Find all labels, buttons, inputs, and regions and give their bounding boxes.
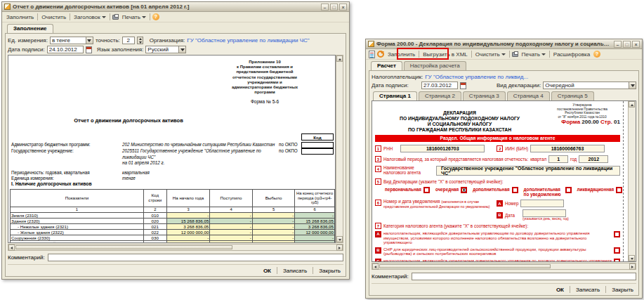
help-icon[interactable]: ? <box>152 13 159 20</box>
tab-calculation[interactable]: Расчет <box>371 61 402 70</box>
okpo-code-cell[interactable] <box>301 148 334 155</box>
scrollbar-thumb[interactable] <box>379 264 551 268</box>
item-number: 2 <box>497 145 503 152</box>
save-button[interactable]: Записать <box>280 268 310 274</box>
horizontal-scrollbar[interactable] <box>8 244 343 251</box>
checkbox-pervonachalnaya[interactable] <box>423 187 430 193</box>
checkbox-ocherednaya[interactable]: X <box>461 187 467 193</box>
fill-button[interactable]: Заполнить <box>5 14 35 20</box>
scroll-right-icon[interactable] <box>629 263 636 270</box>
iin-field[interactable]: 181600066763 <box>530 145 605 152</box>
print-menu-button[interactable]: Печать <box>520 51 547 58</box>
report-titlebar: Отчет о движении долгосрочных активов [н… <box>2 2 349 12</box>
agent-name-field[interactable]: Государственное учреждение "Областное уп… <box>436 166 620 176</box>
checkbox-dopolnitelnaya-po-uvedomleniyu[interactable] <box>565 187 572 193</box>
form-page-line: Форма 200.00 Стр. 01 <box>544 120 620 124</box>
tab-calc-settings[interactable]: Настройка расчета <box>404 61 466 70</box>
minimize-icon[interactable]: – <box>614 41 622 48</box>
scroll-left-icon[interactable] <box>372 263 379 270</box>
chevron-down-icon[interactable] <box>629 82 636 89</box>
scrollbar-thumb[interactable] <box>15 245 232 249</box>
info-value: 202 Министерство по чрезвычайным ситуаци… <box>122 142 279 148</box>
declaration-form: ДЕКЛАРАЦИЯ ПО ИНДИВИДУАЛЬНОМУ ПОДОХОДНОМ… <box>372 100 636 262</box>
sign-date-field[interactable]: 24.10.2012 <box>47 46 84 53</box>
precision-stepper[interactable]: 2 <box>122 37 135 44</box>
calendar-icon[interactable] <box>460 82 466 89</box>
quarter-field[interactable]: 1 <box>548 155 568 163</box>
scroll-right-icon[interactable] <box>336 244 343 251</box>
form-number: Форма № 5-6 <box>206 99 324 104</box>
chevron-down-icon <box>102 16 106 18</box>
scroll-left-icon[interactable] <box>8 244 15 251</box>
tab-page-1[interactable]: Страница 1 <box>373 91 417 100</box>
scroll-down-icon[interactable] <box>336 236 343 242</box>
code-column-label: Код <box>301 133 334 141</box>
vertical-scrollbar[interactable] <box>336 55 343 243</box>
letter-badge-a: А <box>375 231 381 237</box>
item-number: 1 <box>375 145 381 152</box>
notice-number-field[interactable] <box>520 200 564 207</box>
notice-date-field[interactable] <box>523 209 566 217</box>
declaration-kind-select[interactable]: Очередной <box>543 81 636 89</box>
col-header: Код строки <box>143 190 166 207</box>
ok-button[interactable]: ОК <box>261 268 274 274</box>
help-icon[interactable]: ? <box>593 51 600 58</box>
spinner-icon[interactable] <box>137 37 143 44</box>
horizontal-scrollbar[interactable] <box>372 263 636 270</box>
quarter-label: квартал <box>530 157 546 162</box>
form-icon[interactable] <box>369 51 375 58</box>
checkbox-dopolnitelnaya[interactable] <box>512 187 518 193</box>
calendar-icon[interactable] <box>86 46 92 53</box>
clear-menu-button[interactable]: Очистить <box>474 51 507 58</box>
checkbox-category-c[interactable] <box>614 259 620 261</box>
tab-page-5[interactable]: Страница 5 <box>551 91 594 100</box>
scroll-up-icon[interactable] <box>629 101 635 107</box>
taxpayer-link[interactable]: ГУ "Областное управление по ликвид... <box>425 74 528 80</box>
rnn-field[interactable]: 181600126703 <box>400 145 485 152</box>
checkbox-category-a[interactable] <box>614 231 620 237</box>
checkbox-category-b[interactable] <box>614 247 620 254</box>
scroll-up-icon[interactable] <box>336 56 343 62</box>
table-row: Передаточные устройства (2340) 040 - - -… <box>11 241 335 244</box>
year-field[interactable]: 2012 <box>579 155 608 163</box>
comment-label: Комментарий: <box>8 254 45 261</box>
chevron-down-icon[interactable] <box>86 37 93 44</box>
chevron-down-icon[interactable] <box>178 46 185 53</box>
unit-select[interactable]: в тенге <box>50 37 93 44</box>
fill-language-select[interactable]: Русский <box>145 46 186 53</box>
report-toolbar: Заполнить Очистить Заголовок Печать ? <box>2 12 349 22</box>
sign-date-label: Дата подписи: <box>8 46 45 53</box>
tab-page-2[interactable]: Страница 2 <box>419 91 461 100</box>
scroll-down-icon[interactable] <box>629 255 635 261</box>
refresh-icon[interactable] <box>377 51 384 58</box>
close-icon[interactable]: × <box>632 41 640 48</box>
close-button[interactable]: Закрыть <box>609 287 636 293</box>
clear-button[interactable]: Очистить <box>40 14 67 20</box>
maximize-icon[interactable]: □ <box>330 4 338 11</box>
close-icon[interactable]: × <box>339 4 347 11</box>
comment-input[interactable] <box>412 273 636 280</box>
vertical-scrollbar[interactable] <box>628 101 636 261</box>
ok-button[interactable]: ОК <box>553 287 567 293</box>
okpo-code-cell[interactable] <box>301 142 334 148</box>
close-button[interactable]: Закрыть <box>316 268 343 274</box>
minimize-icon[interactable]: – <box>321 4 329 11</box>
decode-button[interactable]: Расшифровка <box>552 51 591 58</box>
tab-page-3[interactable]: Страница 3 <box>463 91 506 100</box>
document-info: Администратор бюджетных программ: 202 Ми… <box>11 142 334 182</box>
sign-date-field[interactable]: 27.03.2012 <box>421 81 458 89</box>
checkbox-likvidatsionnaya[interactable] <box>616 187 622 193</box>
header-menu-button[interactable]: Заголовок <box>72 14 107 20</box>
iin-label: ИИН (БИН) <box>505 146 528 151</box>
comment-input[interactable] <box>48 254 343 261</box>
tab-zapolnenie[interactable]: Заполнение <box>7 24 53 33</box>
item-number: 5 <box>375 178 381 185</box>
notice-number-label: Номер <box>505 201 518 206</box>
save-button[interactable]: Записать <box>573 287 603 293</box>
tab-page-4[interactable]: Страница 4 <box>507 91 550 100</box>
notice-date-label: Дата <box>505 213 515 218</box>
print-menu-button[interactable]: Печать <box>121 14 147 20</box>
organization-link[interactable]: ГУ "Областное управление по ликвидации Ч… <box>187 37 309 44</box>
unit-label: Ед. измерения: <box>8 37 48 44</box>
maximize-icon[interactable]: □ <box>623 41 631 48</box>
